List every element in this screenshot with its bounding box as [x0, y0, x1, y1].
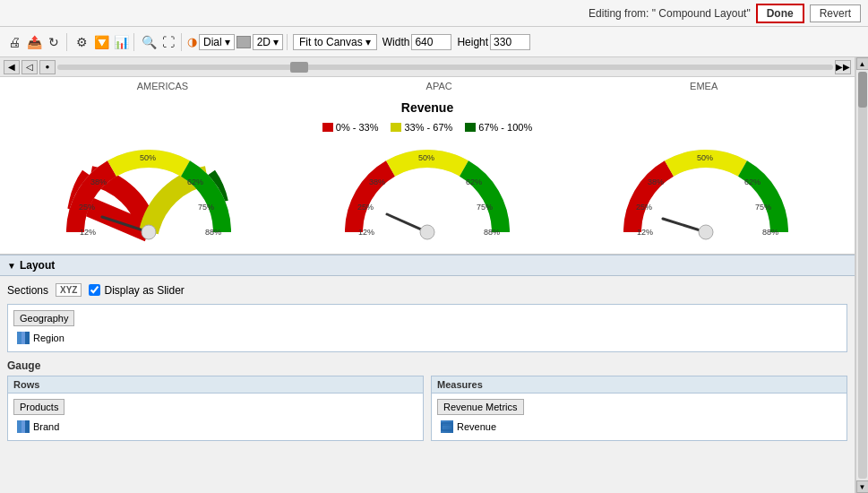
- region-apac: APAC: [426, 81, 452, 91]
- svg-rect-31: [21, 420, 25, 433]
- toolbar-view-group: 🔍 ⛶: [140, 33, 182, 51]
- svg-text:12%: 12%: [358, 228, 374, 237]
- svg-text:25%: 25%: [79, 203, 95, 212]
- geography-section-box: Geography Region: [7, 304, 847, 352]
- sort-icon[interactable]: ⚙: [73, 33, 90, 51]
- chart-title: Revenue: [0, 95, 855, 120]
- region-labels: AMERICAS APAC EMEA: [0, 77, 855, 95]
- height-input[interactable]: [490, 34, 530, 50]
- slider-track[interactable]: [57, 65, 833, 70]
- print-icon[interactable]: 🖨: [5, 33, 23, 51]
- height-label: Height: [457, 36, 488, 48]
- slider-thumb[interactable]: [290, 62, 308, 73]
- svg-text:38%: 38%: [369, 177, 385, 186]
- legend-color-red: [322, 123, 333, 132]
- svg-point-10: [420, 225, 434, 239]
- svg-text:25%: 25%: [357, 203, 374, 212]
- layout-panel: ▼ Layout Sections XYZ Display as Slider …: [0, 255, 855, 493]
- toolbar-dial-group: ◑ Dial ▾ 2D ▾: [187, 34, 288, 50]
- slider-back-btn[interactable]: ◁: [21, 60, 38, 74]
- scroll-track[interactable]: [858, 72, 867, 479]
- dial-dropdown[interactable]: Dial ▾: [199, 34, 235, 50]
- region-emea: EMEA: [690, 81, 718, 91]
- legend-item-green: 67% - 100%: [465, 122, 532, 133]
- brand-field-icon: [17, 420, 30, 433]
- gauge-section: Gauge Rows Products: [7, 359, 847, 441]
- chart-legend: 0% - 33% 33% - 67% 67% - 100%: [0, 120, 855, 138]
- legend-label-yellow: 33% - 67%: [404, 122, 452, 133]
- chart-icon[interactable]: 📊: [112, 33, 130, 51]
- svg-rect-29: [25, 332, 30, 344]
- svg-point-19: [699, 225, 713, 239]
- legend-label-red: 0% - 33%: [336, 122, 379, 133]
- export-icon[interactable]: 📤: [25, 33, 43, 51]
- svg-rect-33: [442, 423, 452, 430]
- width-label: Width: [382, 36, 410, 48]
- revenue-metrics-chip-label: Revenue Metrics: [443, 402, 518, 412]
- svg-rect-27: [17, 332, 21, 344]
- geography-chip[interactable]: Geography: [13, 310, 74, 326]
- filter-icon[interactable]: 🔽: [92, 33, 110, 51]
- svg-text:50%: 50%: [697, 153, 713, 162]
- svg-point-1: [142, 225, 156, 239]
- refresh-icon[interactable]: ↻: [45, 33, 63, 51]
- geography-chip-label: Geography: [20, 313, 68, 324]
- scroll-thumb[interactable]: [858, 72, 867, 108]
- editing-text: Editing from: " Compound Layout": [7, 7, 751, 20]
- revenue-field-label: Revenue: [457, 421, 496, 432]
- fit-to-canvas-button[interactable]: Fit to Canvas ▾: [293, 34, 377, 50]
- gauge-rows-measures: Rows Products Brand: [7, 376, 847, 441]
- twod-arrow: ▾: [273, 36, 279, 48]
- measures-header: Measures: [432, 376, 847, 394]
- svg-text:88%: 88%: [484, 228, 500, 237]
- svg-text:75%: 75%: [755, 203, 771, 212]
- revert-button[interactable]: Revert: [810, 4, 861, 22]
- region-americas: AMERICAS: [137, 81, 188, 91]
- svg-text:88%: 88%: [762, 228, 778, 237]
- slider-right-btn[interactable]: ▶▶: [835, 60, 851, 74]
- dial-label: Dial: [203, 36, 222, 48]
- zoom-icon[interactable]: 🔍: [140, 33, 158, 51]
- svg-text:50%: 50%: [140, 153, 156, 162]
- scroll-up-btn[interactable]: ▲: [856, 57, 869, 70]
- rows-header: Rows: [8, 376, 423, 394]
- svg-text:75%: 75%: [477, 203, 493, 212]
- measures-content: Revenue Metrics Revenue: [432, 394, 847, 440]
- legend-color-yellow: [391, 123, 401, 132]
- svg-text:62%: 62%: [187, 177, 203, 186]
- legend-label-green: 67% - 100%: [478, 122, 532, 133]
- done-button[interactable]: Done: [756, 4, 804, 23]
- svg-text:50%: 50%: [418, 153, 434, 162]
- toolbar-canvas-group: Fit to Canvas ▾ Width Height: [293, 34, 534, 50]
- revenue-field-item: Revenue: [437, 419, 841, 435]
- svg-text:62%: 62%: [744, 177, 761, 186]
- display-as-slider-checkbox[interactable]: [89, 284, 100, 296]
- slider-bar: ◀ ◁ ● ▶▶: [0, 57, 855, 77]
- display-as-slider-label[interactable]: Display as Slider: [89, 284, 184, 297]
- svg-text:25%: 25%: [636, 203, 652, 212]
- fit-canvas-label: Fit to Canvas: [299, 36, 363, 48]
- svg-text:62%: 62%: [466, 177, 482, 186]
- svg-text:75%: 75%: [198, 203, 214, 212]
- slider-left-btn[interactable]: ◀: [4, 60, 20, 74]
- sections-label: Sections: [7, 284, 48, 297]
- width-input[interactable]: [411, 34, 451, 50]
- region-field-label: Region: [33, 333, 64, 343]
- gauge-section-label: Gauge: [7, 359, 847, 372]
- slider-dot-btn[interactable]: ●: [39, 60, 56, 74]
- revenue-metrics-chip[interactable]: Revenue Metrics: [437, 399, 524, 415]
- gauge-americas: 12% 25% 38% 50% 62% 75% 88%: [59, 138, 238, 246]
- fullscreen-icon[interactable]: ⛶: [159, 33, 177, 51]
- editing-bar: Editing from: " Compound Layout" Done Re…: [0, 0, 868, 27]
- toolbar: 🖨 📤 ↻ ⚙ 🔽 📊 🔍 ⛶ ◑ Dial ▾ 2D ▾ Fit to Can…: [0, 27, 868, 57]
- layout-content: Sections XYZ Display as Slider Geography: [0, 276, 855, 452]
- color-square[interactable]: [236, 36, 251, 48]
- dial-arc-icon: ◑: [187, 35, 197, 48]
- twod-label: 2D: [257, 36, 271, 48]
- twod-dropdown[interactable]: 2D ▾: [253, 34, 283, 50]
- layout-header: ▼ Layout: [0, 255, 855, 276]
- legend-color-green: [465, 123, 476, 132]
- products-chip[interactable]: Products: [13, 399, 64, 415]
- scroll-down-btn[interactable]: ▼: [856, 480, 869, 493]
- svg-text:88%: 88%: [205, 228, 221, 237]
